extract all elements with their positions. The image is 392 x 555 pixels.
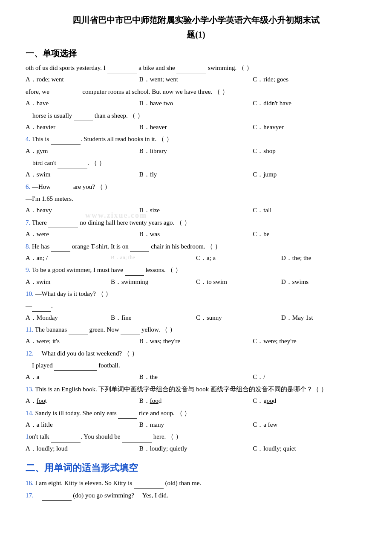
q13-options: A．foot B．food C．good: [26, 396, 366, 407]
q7-options: A．were B．was C．be: [26, 229, 366, 240]
q13-option-a: A．foot: [26, 396, 139, 407]
q9-option-a: A．swim: [26, 277, 111, 288]
q7-option-a: A．were: [26, 229, 139, 240]
q6-option-a: A．heavy: [26, 205, 139, 216]
section2-header: 二、用单词的适当形式填空: [26, 460, 366, 476]
q8-option-b: B．an; the: [111, 253, 196, 264]
title-block: 四川省巴中市巴中师范附属实验小学小学英语六年级小升初期末试 题(1): [26, 13, 366, 42]
question-16: 16. I am eight. Kitty is eleven. So Kitt…: [26, 477, 366, 489]
q3-option-b: B．heaver: [139, 122, 253, 133]
q15-option-c: C．loudly; quiet: [253, 443, 366, 454]
q14-option-b: B．many: [139, 419, 253, 431]
question-6: 6. —How are you? （ ）: [26, 181, 366, 192]
question-13: 13. This is an English book. 下列单词中画线字母组合…: [26, 384, 366, 395]
q4-option-b: B．library: [139, 146, 253, 157]
question-15: 1on't talk . You should be here. （ ）: [26, 431, 366, 442]
q10-options: A．Monday B．fine C．sunny D．May 1st: [26, 312, 366, 324]
question-12: 12. —What did you do last weekend? （ ）: [26, 348, 366, 359]
question-14: 14. Sandy is ill today. She only eats ri…: [26, 408, 366, 419]
q6-options: A．heavy B．size C．tall: [26, 205, 366, 216]
q12-options: A．a B．the C．/: [26, 372, 366, 383]
question-4: 4. This is . Students all read books in …: [26, 133, 366, 145]
q10-option-c: C．sunny: [196, 312, 281, 324]
q7-option-b: B．was: [139, 229, 253, 240]
q3-option-a: A．heavier: [26, 122, 139, 133]
q12-option-c: C．/: [253, 372, 366, 383]
question-3: horse is usually than a sheep. （ ）: [26, 110, 366, 121]
q5-option-b: B．fly: [139, 169, 253, 180]
q10-option-a: A．Monday: [26, 312, 111, 324]
q2-options: A．have B．have two C．didn't have: [26, 98, 366, 109]
q2-text: efore, we computer rooms at school. But …: [26, 88, 228, 95]
q11-option-a: A．were; it's: [26, 336, 139, 347]
q9-option-d: D．swims: [281, 277, 366, 288]
q11-option-b: B．was; they're: [139, 336, 253, 347]
question-2: efore, we computer rooms at school. But …: [26, 86, 366, 97]
q4-options: A．gym B．library C．shop: [26, 146, 366, 157]
q4-option-a: A．gym: [26, 146, 139, 157]
q5-options: A．swim B．fly C．jump: [26, 169, 366, 180]
q7-option-c: C．be: [253, 229, 366, 240]
q14-option-a: A．a little: [26, 419, 139, 431]
question-11: 11. The bananas green. Now yellow. （ ）: [26, 324, 366, 335]
question-17: 17. — (do) you go swimming? —Yes, I did.: [26, 490, 366, 501]
q12-option-a: A．a: [26, 372, 139, 383]
q1-options: A．rode; went B．went; went C．ride; goes: [26, 74, 366, 85]
q6-option-c: C．tall: [253, 205, 366, 216]
question-5: bird can't . （ ）: [26, 157, 366, 168]
q14-options: A．a little B．many C．a few: [26, 419, 366, 431]
q15-option-b: B．loudly; quietly: [139, 443, 253, 454]
q5-option-a: A．swim: [26, 169, 139, 180]
title-line2: 题(1): [26, 27, 366, 42]
q3-option-c: C．heavyer: [253, 122, 366, 133]
q9-options: A．swim B．swimming C．to swim D．swims: [26, 277, 366, 288]
question-8: 8. He has orange T-shirt. It is on chair…: [26, 241, 366, 252]
q1-text: oth of us did sports yesterday. I a bike…: [26, 64, 253, 71]
q6-option-b: B．size: [139, 205, 253, 216]
q1-option-c: C．ride; goes: [253, 74, 366, 85]
q13-option-c: C．good: [253, 396, 366, 407]
q15-options: A．loudly; loud B．loudly; quietly C．loudl…: [26, 443, 366, 454]
q11-options: A．were; it's B．was; they're C．were; they…: [26, 336, 366, 347]
question-6-sub: —I'm 1.65 meters.: [26, 193, 366, 204]
q13-option-b: B．food: [139, 396, 253, 407]
q15-option-a: A．loudly; loud: [26, 443, 139, 454]
question-9: 9. To be a good swimmer, I must have les…: [26, 264, 366, 275]
q14-option-c: C．a few: [253, 419, 366, 431]
q10-option-b: B．fine: [111, 312, 196, 324]
q1-option-b: B．went; went: [139, 74, 253, 85]
q8-options: A．an; / B．an; the C．a; a D．the; the: [26, 253, 366, 264]
question-1: oth of us did sports yesterday. I a bike…: [26, 62, 366, 73]
q2-option-b: B．have two: [139, 98, 253, 109]
question-7: 7. There no dining hall here twenty year…: [26, 217, 366, 228]
q10-option-d: D．May 1st: [281, 312, 366, 324]
q8-option-c: C．a; a: [196, 253, 281, 264]
q5-option-c: C．jump: [253, 169, 366, 180]
q12-option-b: B．the: [139, 372, 253, 383]
q2-option-a: A．have: [26, 98, 139, 109]
question-10: 10. —What day is it today? （ ）: [26, 288, 366, 299]
question-10-sub: —.: [26, 300, 366, 311]
q2-option-c: C．didn't have: [253, 98, 366, 109]
q8-option-a: A．an; /: [26, 253, 111, 264]
q4-option-c: C．shop: [253, 146, 366, 157]
q9-option-b: B．swimming: [111, 277, 196, 288]
section1-header: 一、单项选择: [26, 46, 366, 61]
q11-option-c: C．were; they're: [253, 336, 366, 347]
q8-option-d: D．the; the: [281, 253, 366, 264]
q3-options: A．heavier B．heaver C．heavyer: [26, 122, 366, 133]
q9-option-c: C．to swim: [196, 277, 281, 288]
title-line1: 四川省巴中市巴中师范附属实验小学小学英语六年级小升初期末试: [26, 13, 366, 27]
q1-option-a: A．rode; went: [26, 74, 139, 85]
question-12-sub: —I played football.: [26, 360, 366, 371]
